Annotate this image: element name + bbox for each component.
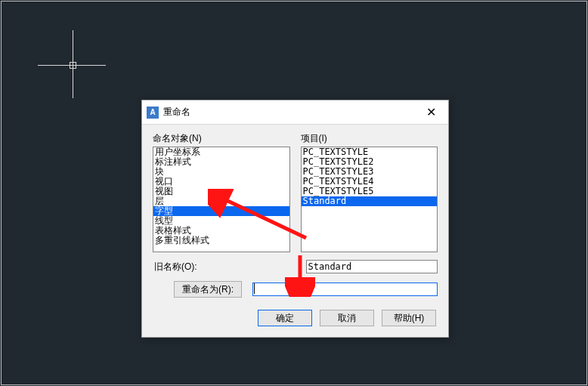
list-item[interactable]: 多重引线样式 (153, 236, 289, 245)
list-item[interactable]: 块 (153, 167, 289, 177)
help-button[interactable]: 帮助(H) (382, 310, 436, 326)
rename-to-input[interactable] (252, 283, 438, 296)
named-objects-listbox[interactable]: 用户坐标系标注样式块视口视图层字型线型表格样式多重引线样式 (153, 147, 290, 252)
cancel-button[interactable]: 取消 (320, 310, 374, 326)
text-caret (254, 283, 255, 294)
list-item[interactable]: 视图 (153, 187, 289, 196)
dialog-title: 重命名 (163, 106, 414, 119)
rename-to-button[interactable]: 重命名为(R): (174, 281, 242, 298)
items-listbox[interactable]: PC_TEXTSTYLEPC_TEXTSTYLE2PC_TEXTSTYLE3PC… (301, 147, 438, 252)
ok-button[interactable]: 确定 (258, 310, 312, 326)
list-item[interactable]: 层 (153, 196, 289, 206)
app-icon: A (147, 107, 159, 119)
list-item[interactable]: 视口 (153, 177, 289, 187)
list-item[interactable]: 标注样式 (153, 157, 289, 167)
titlebar: A 重命名 ✕ (142, 100, 448, 125)
old-name-input[interactable] (306, 260, 438, 273)
named-objects-label: 命名对象(N) (153, 132, 290, 145)
close-icon[interactable]: ✕ (414, 101, 448, 124)
list-item[interactable]: 字型 (153, 206, 289, 216)
list-item[interactable]: Standard (302, 196, 438, 206)
old-name-label: 旧名称(O): (153, 261, 296, 273)
rename-dialog: A 重命名 ✕ 命名对象(N) 用户坐标系标注样式块视口视图层字型线型表格样式多… (141, 100, 449, 338)
items-label: 项目(I) (301, 132, 438, 145)
